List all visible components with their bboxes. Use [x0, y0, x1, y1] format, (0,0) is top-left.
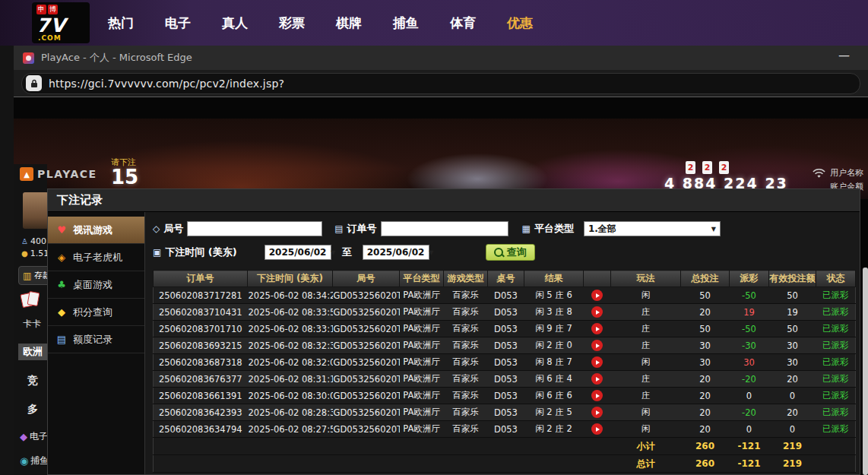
cell-bet-time: 2025-06-02 08:27:57 — [248, 421, 333, 438]
cell-total-bet: 50 — [681, 287, 730, 304]
cell-order-number: 250602083676377 — [154, 371, 248, 388]
cell-platform: PA欧洲厅 — [400, 354, 444, 371]
cell-table-number: D053 — [488, 321, 524, 337]
cell-bet-time: 2025-06-02 08:28:35 — [248, 404, 333, 421]
total-payout: -121 — [730, 455, 769, 473]
cell-bet-time: 2025-06-02 08:32:33 — [248, 337, 333, 354]
date-from-select[interactable]: 2025/06/02 ▼ — [265, 245, 331, 260]
nav-item-slots[interactable]: 电子 — [165, 14, 191, 32]
nav-item-promo[interactable]: 优惠 — [507, 14, 533, 32]
minimize-button[interactable]: — — [834, 47, 854, 64]
fishing-rail-icon: ◉ — [20, 456, 28, 466]
window-title: PlayAce - 个人 - Microsoft Edge — [41, 51, 192, 65]
cell-total-bet: 20 — [681, 388, 730, 404]
cell-platform: PA欧洲厅 — [400, 388, 444, 404]
replay-icon[interactable] — [591, 390, 603, 401]
url-field[interactable]: https://gci.7vvvvvv.com/pc/pcv2/index.js… — [21, 73, 860, 94]
cell-round-number: GD053256020TJ — [333, 421, 400, 438]
rail-item-europe[interactable]: 欧洲 — [18, 344, 47, 360]
cell-valid-bet: 19 — [769, 304, 816, 321]
replay-icon[interactable] — [591, 373, 603, 385]
cell-game-type: 百家乐 — [444, 321, 488, 337]
cell-order-number: 250602083717281 — [154, 287, 248, 304]
cell-valid-bet: 50 — [769, 287, 816, 304]
cell-valid-bet: 30 — [769, 337, 816, 354]
bet-countdown: 15 — [111, 166, 138, 188]
cell-platform: PA欧洲厅 — [400, 404, 444, 421]
modal-menu: ♥ 视讯游戏 ◈ 电子老虎机 ♣ 桌面游戏 ◆ 积分查询 — [48, 212, 145, 474]
cell-order-number: 250602083710431 — [154, 304, 248, 321]
nav-item-cards[interactable]: 棋牌 — [336, 14, 362, 32]
menu-item-table-games[interactable]: ♣ 桌面游戏 — [48, 271, 144, 299]
cell-result: 闲 5 庄 6 — [524, 287, 584, 304]
bet-time-filter: ▣ 下注时间 (美东) — [153, 245, 237, 259]
cell-round-number: GD053256020TT — [333, 287, 400, 304]
platform-select[interactable]: 1.全部 ▼ — [584, 221, 721, 236]
cell-table-number: D053 — [488, 421, 524, 438]
cell-game-type: 百家乐 — [444, 287, 488, 304]
table-row: 250602083701710 2025-06-02 08:33:12 GD05… — [154, 321, 856, 337]
replay-icon[interactable] — [591, 340, 603, 351]
round-input[interactable] — [187, 221, 322, 236]
cell-replay — [584, 321, 611, 337]
cell-result: 闲 6 庄 6 — [524, 388, 584, 404]
grid-icon: ▦ — [522, 224, 531, 233]
replay-icon[interactable] — [591, 356, 603, 368]
nav-item-fishing[interactable]: 捕鱼 — [393, 14, 419, 32]
calendar-icon: ▣ — [153, 248, 161, 257]
cell-platform: PA欧洲厅 — [400, 287, 444, 304]
cell-replay — [584, 337, 611, 354]
cell-order-number: 250602083634794 — [154, 421, 248, 438]
logo-badges: 申 博 — [36, 5, 58, 14]
search-button[interactable]: 查询 — [486, 244, 535, 261]
cell-platform: PA欧洲厅 — [400, 337, 444, 354]
wifi-icon — [813, 167, 825, 182]
search-icon — [494, 248, 503, 257]
cell-replay — [584, 371, 611, 388]
cell-total-bet: 30 — [681, 354, 730, 371]
table-row: 250602083661391 2025-06-02 08:30:04 GD05… — [154, 388, 856, 404]
cell-payout: 0 — [730, 388, 769, 404]
cell-play-type: 庄 — [611, 388, 681, 404]
subtotal-payout: -121 — [730, 438, 769, 455]
rail-item-fishing[interactable]: ◉ 捕鱼 — [20, 454, 49, 467]
menu-item-slot-machines[interactable]: ◈ 电子老虎机 — [48, 244, 144, 271]
date-to-select[interactable]: 2025/06/02 ▼ — [363, 245, 429, 260]
site-info-button[interactable] — [26, 75, 42, 91]
nav-item-hot[interactable]: 热门 — [108, 14, 134, 32]
menu-item-quota-records[interactable]: ▤ 额度记录 — [48, 326, 144, 353]
replay-icon[interactable] — [591, 423, 603, 435]
replay-icon[interactable] — [591, 407, 603, 418]
replay-icon[interactable] — [591, 290, 603, 301]
cell-platform: PA欧洲厅 — [400, 371, 444, 388]
rail-item-duo[interactable]: 多 — [27, 403, 38, 416]
nav-item-sports[interactable]: 体育 — [450, 14, 476, 32]
playing-card: 2 — [702, 161, 712, 174]
menu-item-video-games[interactable]: ♥ 视讯游戏 — [48, 217, 144, 244]
replay-icon[interactable] — [591, 323, 603, 334]
logo-text: 7V — [36, 14, 66, 36]
video-games-icon: ♥ — [55, 225, 68, 235]
page-scrollbar[interactable] — [863, 268, 868, 475]
total-valid: 219 — [769, 455, 816, 473]
site-logo[interactable]: 申 博 7V .COM — [32, 2, 90, 43]
playace-brand: ▲ PLAYACE — [20, 167, 97, 181]
cell-replay — [584, 287, 611, 304]
nav-item-live[interactable]: 真人 — [222, 14, 248, 32]
user-avatar — [23, 192, 49, 229]
cell-game-type: 百家乐 — [444, 388, 488, 404]
rail-item-kaka[interactable]: 卡卡 — [23, 318, 41, 331]
rail-balance-1: ♙ 400 — [21, 236, 46, 246]
page-content: ▲ PLAYACE 请下注 15 2 2 2 4 884 224 23 用户名称… — [14, 97, 868, 475]
menu-item-points-query[interactable]: ◆ 积分查询 — [48, 299, 144, 326]
cell-result: 闲 2 庄 5 — [524, 404, 584, 421]
playing-card: 2 — [719, 161, 729, 174]
nav-item-lottery[interactable]: 彩票 — [279, 14, 305, 32]
cell-table-number: D053 — [488, 371, 524, 388]
order-input[interactable] — [381, 221, 508, 236]
rail-item-slots[interactable]: ◆ 电子 — [20, 430, 48, 443]
table-games-icon: ♣ — [55, 280, 68, 290]
rail-item-jing[interactable]: 竞 — [27, 374, 38, 388]
to-label: 至 — [342, 245, 352, 259]
replay-icon[interactable] — [591, 306, 603, 318]
